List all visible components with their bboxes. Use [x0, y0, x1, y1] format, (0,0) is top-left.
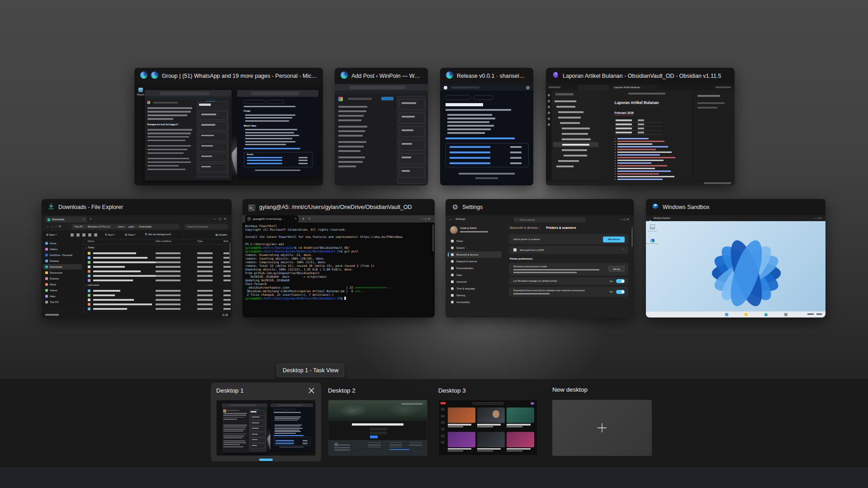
window-preview[interactable]: Downloads✕+— ▢ ✕← → ↑ ⟳This PC›Windows 1… [42, 215, 232, 317]
file-row[interactable] [83, 265, 229, 269]
desktop1-thumbnail[interactable] [216, 400, 316, 456]
file-row[interactable] [83, 260, 229, 265]
settings-nav-accessibility[interactable]: Accessibility [447, 299, 502, 305]
new-button[interactable]: ⊕ New ˅ [46, 233, 57, 236]
window-preview[interactable] [335, 84, 428, 185]
new-desktop-button[interactable] [552, 400, 652, 456]
sidebar-item-this-pc[interactable]: This PC [43, 299, 82, 305]
settings-nav-system[interactable]: System [447, 245, 502, 251]
settings-nav-gaming[interactable]: Gaming [447, 292, 502, 298]
search-box[interactable]: ⌕Find a setting [513, 217, 586, 223]
file-row[interactable] [83, 302, 229, 307]
breadcrumb-segment[interactable]: This PC [74, 225, 83, 228]
video-thumbnail[interactable] [448, 407, 475, 423]
breadcrumb-segment[interactable]: Windows 11 Pro (C:) [88, 225, 110, 228]
window-preview[interactable]: ←Settings⌕Find a setting— ▢ ✕Gylang Satr… [446, 215, 634, 317]
video-thumbnail[interactable] [507, 432, 534, 447]
window-preview[interactable]: gylang@A5: /mnt/c/Users/gy…✕+˅— ▢ ✕Windo… [242, 215, 435, 317]
window-thumbnail-obsidian[interactable]: Laporan Artikel Bulanan - ObsidianVault_… [546, 68, 735, 185]
file-row[interactable] [83, 251, 229, 256]
file-row[interactable] [83, 274, 229, 278]
window-thumbnail-settings[interactable]: ⚙ Settings ←Settings⌕Find a setting— ▢ ✕… [446, 199, 634, 317]
sidebar-item-desktop[interactable]: Desktop [43, 258, 82, 264]
file-row[interactable] [83, 293, 229, 298]
settings-nav-apps[interactable]: Apps [447, 272, 502, 278]
group-header[interactable]: ⌄ Today [85, 246, 95, 249]
window-thumbnail-windows-sandbox[interactable]: Windows Sandbox Windows Sandbox⋯ — ▢ ✕Re… [646, 199, 825, 317]
footer-link [389, 442, 402, 443]
window-thumbnail-wordpress[interactable]: Add Post ‹ WinPoin — Wor… [335, 68, 428, 185]
window-titlebar[interactable]: ⚙ Settings [446, 199, 634, 215]
add-device-button[interactable]: Add device [603, 237, 625, 242]
tab-dropdown-icon[interactable]: ˅ [308, 217, 310, 220]
terminal-tab[interactable]: gylang@A5: /mnt/c/Users/gy…✕ [245, 215, 299, 223]
window-titlebar[interactable]: Downloads - File Explorer [42, 199, 232, 215]
settings-nav-home[interactable]: Home [447, 238, 502, 244]
toggle-on[interactable] [616, 290, 625, 294]
window-preview[interactable]: Windows Sandbox⋯ — ▢ ✕Recycle BinMicroso… [646, 215, 825, 317]
settings-nav-time-language[interactable]: Time & language [447, 285, 502, 292]
breadcrumb-parent[interactable]: Bluetooth & devices › [510, 226, 540, 229]
file-row[interactable] [83, 307, 229, 311]
window-thumbnail-file-explorer[interactable]: Downloads - File Explorer Downloads✕+— ▢… [42, 199, 232, 317]
settings-nav-personalization[interactable]: Personalization [447, 265, 502, 271]
sidebar-item-onedrive-personal[interactable]: OneDrive - Personal [43, 252, 82, 258]
window-titlebar[interactable]: Group | (51) WhatsApp and 19 more pages … [134, 68, 323, 84]
settings-nav-network-internet[interactable]: Network & internet [447, 258, 502, 265]
window-preview[interactable]: Laporan Artikel BulananLaporan Artikel B… [546, 84, 735, 185]
column-header-name[interactable]: Name [88, 240, 95, 242]
window-thumbnail-edge-group[interactable]: Group | (51) WhatsApp and 19 more pages … [134, 68, 323, 185]
desktop2-thumbnail[interactable] [328, 400, 427, 456]
file-row[interactable] [83, 256, 229, 260]
settings-nav-accounts[interactable]: Accounts [447, 279, 502, 285]
file-row[interactable] [83, 269, 229, 274]
video-thumbnail[interactable] [477, 432, 505, 447]
video-thumbnail[interactable] [477, 407, 505, 423]
sidebar-item-downloads[interactable]: Downloads [43, 264, 82, 270]
window-titlebar[interactable]: Laporan Artikel Bulanan - ObsidianVault_… [546, 68, 735, 84]
window-titlebar[interactable]: >_ gylang@A5: /mnt/c/Users/gylan/OneDriv… [242, 199, 435, 215]
details-button[interactable]: ▤ Details [215, 233, 227, 236]
file-row[interactable] [83, 298, 229, 302]
sidebar-item-documents[interactable]: Documents [43, 270, 82, 275]
sidebar-item-gallery[interactable]: Gallery [43, 246, 82, 252]
file-row[interactable] [83, 278, 229, 283]
window-titlebar[interactable]: Release v0.0.1 · shanselman/… [440, 68, 533, 84]
breadcrumb-segment[interactable]: Users [118, 225, 124, 228]
sidebar-item-apps[interactable]: Apps [43, 294, 82, 299]
column-header-size[interactable]: Size [223, 240, 228, 242]
breadcrumb-segment[interactable]: Downloads [139, 225, 152, 228]
set-background-button[interactable]: 🖻 Set as background [145, 233, 171, 236]
column-header-date-modified[interactable]: Date modified [156, 240, 171, 242]
explorer-tab[interactable]: Downloads✕ [45, 217, 87, 223]
column-header-type[interactable]: Type [197, 240, 203, 242]
window-titlebar[interactable]: Windows Sandbox [646, 199, 825, 215]
video-thumbnail[interactable] [448, 432, 475, 447]
back-button[interactable]: ← [449, 218, 452, 221]
group-header[interactable]: ⌄ Last week [85, 284, 99, 286]
sidebar-item-pictures[interactable]: Pictures [43, 276, 82, 281]
window-thumbnail-terminal[interactable]: >_ gylang@A5: /mnt/c/Users/gylan/OneDriv… [242, 199, 435, 317]
search-box[interactable]: Search Downloads [185, 224, 228, 229]
view-button[interactable]: ≣ View ˅ [125, 233, 136, 236]
new-tab-button[interactable]: + [302, 217, 304, 221]
breadcrumb-segment[interactable]: gylan [128, 225, 134, 228]
window-preview[interactable]: Recycle BinKenapa ini tool ini bagus?Usa… [134, 84, 323, 185]
window-preview[interactable] [440, 84, 533, 185]
bullet-line [275, 430, 299, 431]
sort-button[interactable]: ⇅ Sort ˅ [105, 233, 115, 236]
sidebar-item-music[interactable]: Music [43, 282, 82, 287]
window-thumbnail-github-release[interactable]: Release v0.0.1 · shanselman/… [440, 68, 533, 185]
more-button[interactable]: ··· [183, 233, 185, 236]
printer-row[interactable]: Microsoft Print to PDF› [509, 246, 628, 254]
settings-nav-bluetooth-devices[interactable]: Bluetooth & devices [447, 251, 502, 258]
window-titlebar[interactable]: Add Post ‹ WinPoin — Wor… [335, 68, 428, 84]
file-row[interactable] [83, 289, 229, 293]
set-up-button[interactable]: Set up [608, 266, 625, 272]
video-thumbnail[interactable] [507, 407, 534, 423]
close-desktop1-button[interactable] [306, 385, 317, 396]
toggle-on[interactable] [616, 279, 625, 283]
sidebar-item-home[interactable]: Home [43, 241, 82, 246]
desktop3-thumbnail[interactable] [438, 400, 538, 456]
sidebar-item-videos[interactable]: Videos [43, 288, 82, 293]
